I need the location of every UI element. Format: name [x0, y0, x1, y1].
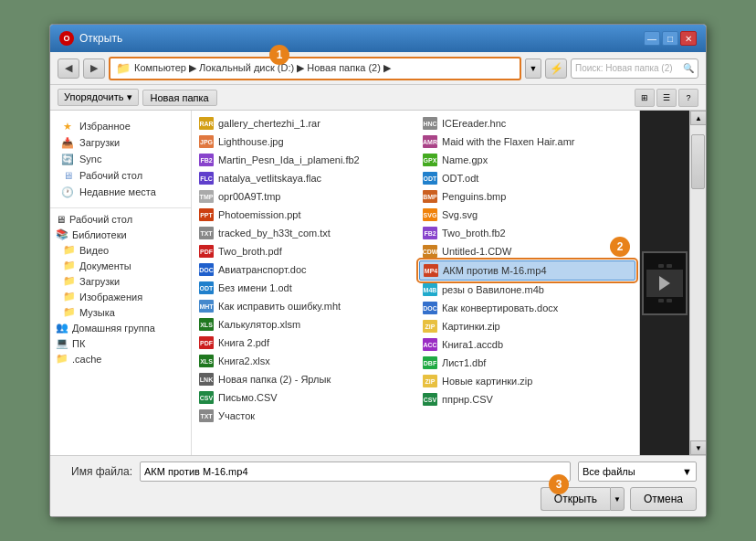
favorites-section: ★ Избранное 📥 Загрузки 🔄 Sync 🖥 Рабочий …: [50, 114, 191, 204]
file-item[interactable]: PDF Two_broth.pdf: [195, 242, 412, 260]
file-item[interactable]: DBF Лист1.dbf: [419, 354, 635, 372]
file-item[interactable]: JPG Lighthouse.jpg: [195, 133, 412, 151]
file-item[interactable]: PDF Книга 2.pdf: [195, 334, 412, 352]
file-item[interactable]: HNC ICEreader.hnc: [419, 114, 635, 133]
file-item[interactable]: BMP Penguins.bmp: [419, 187, 635, 206]
selected-file-name: АКМ против М-16.mp4: [443, 265, 547, 276]
sidebar-item-desktop[interactable]: 🖥 Рабочий стол: [50, 167, 191, 184]
view-details-button[interactable]: ☰: [656, 89, 677, 107]
downloads-label: Загрузки: [79, 137, 120, 148]
file-type-icon: CSV: [423, 392, 437, 407]
file-item[interactable]: CSV ппрнр.CSV: [419, 390, 635, 408]
sidebar-item-music[interactable]: 📁 Музыка: [50, 304, 191, 320]
file-item[interactable]: CDW Untitled-1.CDW: [419, 242, 635, 260]
action-row: 3 Открыть ▼ Отмена: [59, 487, 697, 511]
file-item[interactable]: M4B резы о Вавилоне.m4b: [419, 281, 635, 299]
sidebar-item-desktop-tree[interactable]: 🖥 Рабочий стол: [50, 212, 191, 227]
maximize-button[interactable]: □: [662, 31, 678, 46]
file-item[interactable]: AMR Maid with the Flaxen Hair.amr: [419, 133, 635, 151]
file-name: Lighthouse.jpg: [218, 136, 284, 147]
file-type-icon: XLS: [199, 354, 214, 368]
title-bar: O Открыть — □ ✕: [50, 25, 706, 52]
file-item[interactable]: LNK Новая папка (2) - Ярлык: [195, 370, 412, 388]
file-item[interactable]: DOC Как конвертировать.docx: [419, 299, 635, 317]
back-button[interactable]: ◀: [58, 58, 79, 79]
file-item[interactable]: ACC Книга1.accdb: [419, 335, 635, 354]
file-item[interactable]: FB2 Martin_Pesn_Ida_i_plameni.fb2: [195, 151, 412, 169]
scrollbar[interactable]: ▲ ▼: [689, 111, 706, 455]
sidebar-item-video[interactable]: 📁 Видео: [50, 242, 191, 258]
sidebar-item-homegroup[interactable]: 👥 Домашняя группа: [50, 320, 191, 335]
docs-folder-icon: 📁: [63, 260, 76, 271]
sidebar-item-lib-downloads[interactable]: 📁 Загрузки: [50, 273, 191, 289]
file-type-icon: TMP: [199, 189, 214, 204]
refresh-button[interactable]: ⚡: [545, 58, 567, 79]
view-list-button[interactable]: ⊞: [635, 89, 655, 107]
view-help-button[interactable]: ?: [678, 89, 698, 107]
file-name: natalya_vetlitskaya.flac: [218, 173, 321, 184]
new-folder-button[interactable]: Новая папка: [142, 90, 217, 106]
sidebar-item-libraries[interactable]: 📚 Библиотеки: [50, 227, 191, 242]
scroll-down-button[interactable]: ▼: [690, 440, 706, 455]
file-item[interactable]: FB2 Two_broth.fb2: [419, 224, 635, 242]
forward-button[interactable]: ▶: [83, 58, 105, 79]
file-type-icon: PDF: [199, 335, 214, 350]
file-type-icon: ODT: [199, 281, 214, 295]
file-item[interactable]: ZIP Новые картинки.zip: [419, 372, 635, 390]
file-item[interactable]: XLS Книга2.xlsx: [195, 352, 412, 370]
file-item[interactable]: SVG Svg.svg: [419, 206, 635, 224]
file-item[interactable]: ODT ODT.odt: [419, 169, 635, 187]
file-item[interactable]: ODT Без имени 1.odt: [195, 279, 412, 297]
search-box[interactable]: Поиск: Новая папка (2) 🔍: [571, 58, 698, 79]
file-name: Svg.svg: [442, 209, 478, 220]
sidebar-item-recent[interactable]: 🕐 Недавние места: [50, 184, 191, 200]
sidebar-item-cache[interactable]: 📁 .cache: [50, 351, 191, 366]
file-item[interactable]: GPX Name.gpx: [419, 151, 635, 169]
desktop-icon: 🖥: [61, 169, 74, 182]
file-name: Two_broth.pdf: [218, 246, 282, 257]
film-hole: [658, 299, 664, 302]
file-type-icon: GPX: [423, 153, 437, 167]
file-name: Книга1.accdb: [442, 339, 503, 350]
file-item[interactable]: TXT Участок: [195, 407, 412, 425]
sidebar-item-sync[interactable]: 🔄 Sync: [50, 151, 191, 167]
selected-file-item[interactable]: MP4 АКМ против М-16.mp4: [419, 260, 635, 281]
address-dropdown[interactable]: ▼: [525, 58, 541, 79]
filename-input[interactable]: [140, 461, 571, 482]
scroll-up-button[interactable]: ▲: [690, 111, 706, 125]
libraries-label: Библиотеки: [72, 229, 127, 240]
file-item[interactable]: DOC Авиатранспорт.doc: [195, 260, 412, 279]
open-dropdown-arrow[interactable]: ▼: [610, 487, 625, 511]
file-item[interactable]: FLC natalya_vetlitskaya.flac: [195, 169, 412, 187]
scroll-track: [690, 125, 706, 440]
sidebar-item-favorites[interactable]: ★ Избранное: [50, 118, 191, 134]
address-bar[interactable]: 📁 Компьютер ▶ Локальный диск (D:) ▶ Нова…: [109, 57, 521, 80]
cancel-button[interactable]: Отмена: [630, 487, 697, 511]
file-item[interactable]: CSV Письмо.CSV: [195, 388, 412, 407]
file-name: gallery_chertezhi_1.rar: [218, 118, 320, 129]
file-item[interactable]: TXT tracked_by_h33t_com.txt: [195, 224, 412, 242]
sidebar-item-images[interactable]: 📁 Изображения: [50, 289, 191, 304]
close-button[interactable]: ✕: [680, 31, 697, 46]
sidebar-item-documents[interactable]: 📁 Документы: [50, 258, 191, 273]
file-item[interactable]: MHT Как исправить ошибку.mht: [195, 297, 412, 315]
scroll-thumb[interactable]: [691, 134, 705, 189]
file-item[interactable]: ZIP Картинки.zip: [419, 317, 635, 335]
sidebar-item-downloads[interactable]: 📥 Загрузки: [50, 134, 191, 151]
sort-button[interactable]: Упорядочить ▾: [58, 89, 139, 106]
file-type-icon: ACC: [423, 337, 437, 352]
search-icon[interactable]: 🔍: [683, 63, 694, 73]
folder-icon: 📥: [61, 136, 74, 149]
main-area: ★ Избранное 📥 Загрузки 🔄 Sync 🖥 Рабочий …: [50, 111, 706, 455]
file-item[interactable]: RAR gallery_chertezhi_1.rar: [195, 114, 412, 133]
file-item[interactable]: XLS Калькулятор.xlsm: [195, 315, 412, 334]
file-type-icon: CDW: [423, 244, 437, 259]
docs-label: Документы: [79, 260, 131, 271]
minimize-button[interactable]: —: [644, 31, 660, 46]
file-item[interactable]: TMP opr00A9T.tmp: [195, 187, 412, 206]
file-name: opr00A9T.tmp: [218, 191, 280, 202]
sidebar-item-pc[interactable]: 💻 ПК: [50, 335, 191, 351]
filetype-select[interactable]: Все файлы ▼: [578, 461, 697, 482]
file-item[interactable]: PPT Photoemission.ppt: [195, 206, 412, 224]
file-name: Без имени 1.odt: [218, 282, 292, 293]
